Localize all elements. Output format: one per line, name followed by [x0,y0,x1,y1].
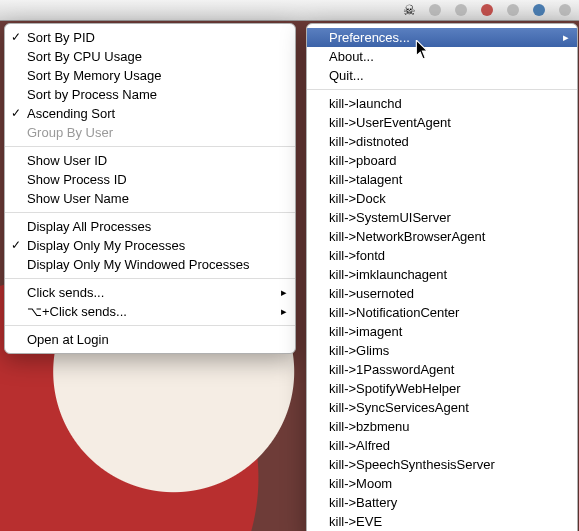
menu-item[interactable]: kill->talagent [307,170,577,189]
menu-item[interactable]: kill->Battery [307,493,577,512]
menu-item[interactable]: kill->imagent [307,322,577,341]
menu-item[interactable]: kill->Glims [307,341,577,360]
menu-item[interactable]: kill->SpotifyWebHelper [307,379,577,398]
preferences-submenu: Sort By PIDSort By CPU UsageSort By Memo… [4,23,296,354]
menu-item[interactable]: kill->fontd [307,246,577,265]
menubar-extra-icon[interactable] [453,2,469,18]
menu-item[interactable]: kill->SyncServicesAgent [307,398,577,417]
menu-item[interactable]: kill->imklaunchagent [307,265,577,284]
menu-item[interactable]: kill->SpeechSynthesisServer [307,455,577,474]
menu-item[interactable]: Show User Name [5,189,295,208]
menu-item[interactable]: kill->Dock [307,189,577,208]
menu-item[interactable]: kill->Alfred [307,436,577,455]
menu-item[interactable]: Click sends... [5,283,295,302]
app-menu: Preferences...About...Quit...kill->launc… [306,23,578,531]
menu-item[interactable]: Show Process ID [5,170,295,189]
menu-separator [5,325,295,326]
menu-item[interactable]: Display Only My Windowed Processes [5,255,295,274]
menu-item[interactable]: kill->NotificationCenter [307,303,577,322]
menu-item[interactable]: kill->1PasswordAgent [307,360,577,379]
menu-item[interactable]: kill->pboard [307,151,577,170]
skull-icon[interactable]: ☠ [401,2,417,18]
menu-item[interactable]: Sort By Memory Usage [5,66,295,85]
menu-item[interactable]: Sort By CPU Usage [5,47,295,66]
menu-item[interactable]: Sort by Process Name [5,85,295,104]
menu-item[interactable]: Display Only My Processes [5,236,295,255]
menu-item[interactable]: About... [307,47,577,66]
menu-item[interactable]: kill->distnoted [307,132,577,151]
menu-separator [307,89,577,90]
menu-separator [5,146,295,147]
menubar: ☠ [0,0,579,21]
menu-item[interactable]: kill->usernoted [307,284,577,303]
menubar-extra-icon[interactable] [557,2,573,18]
menubar-extra-icon[interactable] [531,2,547,18]
menu-item: Group By User [5,123,295,142]
menu-item[interactable]: kill->UserEventAgent [307,113,577,132]
menu-item[interactable]: ⌥+Click sends... [5,302,295,321]
menubar-extra-icon[interactable] [479,2,495,18]
menu-item[interactable]: kill->Moom [307,474,577,493]
menu-item[interactable]: Show User ID [5,151,295,170]
menu-item[interactable]: kill->EVE [307,512,577,531]
menu-item[interactable]: kill->NetworkBrowserAgent [307,227,577,246]
menu-item[interactable]: Open at Login [5,330,295,349]
menu-separator [5,278,295,279]
menu-item[interactable]: Sort By PID [5,28,295,47]
menu-item[interactable]: Ascending Sort [5,104,295,123]
menu-item[interactable]: kill->bzbmenu [307,417,577,436]
menu-item[interactable]: kill->launchd [307,94,577,113]
menu-item[interactable]: Display All Processes [5,217,295,236]
menubar-extra-icon[interactable] [505,2,521,18]
menu-separator [5,212,295,213]
menu-item[interactable]: Quit... [307,66,577,85]
menu-item[interactable]: kill->SystemUIServer [307,208,577,227]
menubar-extra-icon[interactable] [427,2,443,18]
menu-item[interactable]: Preferences... [307,28,577,47]
